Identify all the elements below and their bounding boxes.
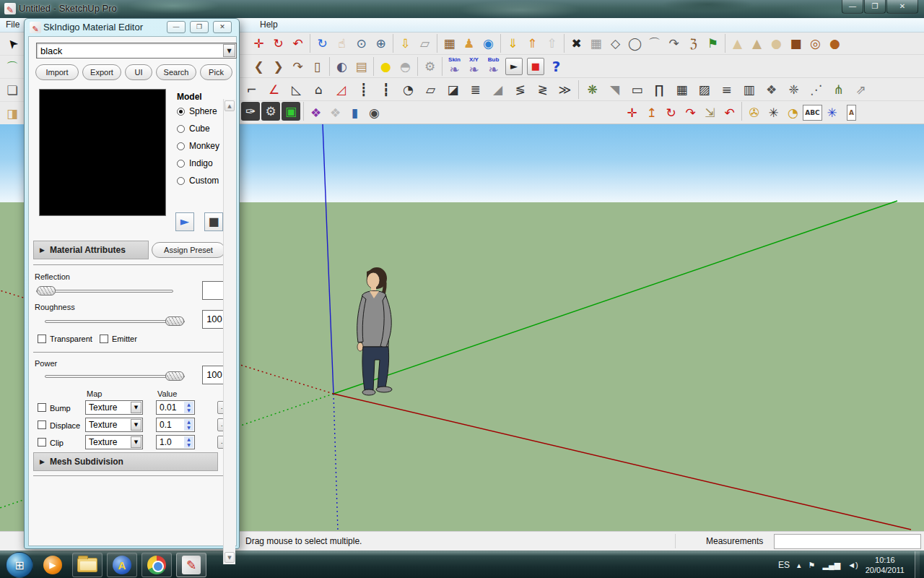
restore-button[interactable]: ❐: [864, 0, 886, 14]
render-package-icon[interactable]: ▮: [345, 102, 365, 124]
export-2d-icon[interactable]: ⇩: [396, 33, 415, 54]
pan-icon[interactable]: ☝: [332, 33, 352, 54]
angle-line-icon[interactable]: ∠: [263, 79, 285, 100]
fold-plane-icon[interactable]: ▱: [419, 79, 442, 100]
map-row-checkbox[interactable]: [38, 438, 46, 447]
pinwheel-disabled-icon[interactable]: ❖: [326, 102, 345, 124]
cone-icon[interactable]: ▲: [747, 33, 767, 54]
back-icon[interactable]: ❮: [249, 56, 269, 77]
checkbox-box[interactable]: [38, 335, 46, 343]
pyramid-icon[interactable]: ▲: [728, 33, 747, 54]
window-component-icon[interactable]: ▯: [308, 56, 327, 77]
cut-box-icon[interactable]: ◪: [442, 79, 464, 100]
map-type-select[interactable]: Texture ▼: [85, 435, 143, 449]
measurements-input[interactable]: [774, 534, 921, 549]
light-bulb-icon[interactable]: ●: [376, 56, 396, 77]
cube-icon[interactable]: ■: [786, 33, 806, 54]
render-stop-icon[interactable]: ■: [527, 58, 544, 75]
torus-icon[interactable]: ◎: [806, 33, 825, 54]
zoom-extents-icon[interactable]: ⊕: [371, 33, 391, 54]
render-stop-button[interactable]: ■: [204, 212, 223, 231]
add-person-icon[interactable]: ♟: [459, 33, 479, 54]
zoom-icon[interactable]: ⊙: [352, 33, 371, 54]
spiral-icon[interactable]: ℨ: [684, 33, 703, 54]
map-value-spinner[interactable]: 0.1 ▲▼: [156, 418, 195, 432]
flag-plane-icon[interactable]: ⚑: [703, 33, 723, 54]
arc-shape-icon[interactable]: ⌒: [645, 33, 664, 54]
show-desktop-button[interactable]: [915, 551, 920, 578]
paint-bucket-icon[interactable]: ◨: [0, 102, 25, 125]
dialog-title-bar[interactable]: ✎ SkIndigo Material Editor —❐✕: [25, 19, 239, 36]
wall-panels-icon[interactable]: ▥: [738, 79, 760, 100]
frame-icon[interactable]: ▭: [626, 79, 648, 100]
axes-tool-icon[interactable]: ✳: [822, 102, 842, 124]
threed-text-icon[interactable]: A: [842, 102, 861, 124]
roughness-slider-thumb[interactable]: [165, 316, 184, 326]
transparent-checkbox[interactable]: Transparent: [38, 335, 92, 343]
protractor-icon[interactable]: ◔: [783, 102, 803, 124]
move-icon[interactable]: ✛: [249, 33, 269, 54]
bub-tool-icon[interactable]: Bub❧: [484, 56, 503, 77]
action-center-icon[interactable]: ⚑: [808, 561, 816, 570]
polyline-icon[interactable]: ◺: [285, 79, 308, 100]
map-row-checkbox[interactable]: [38, 420, 46, 429]
map-type-select[interactable]: Texture ▼: [85, 400, 143, 415]
bezier-icon[interactable]: ↷: [664, 33, 684, 54]
spiral-stairs-icon[interactable]: ≫: [554, 79, 576, 100]
rotate-icon[interactable]: ↻: [269, 33, 288, 54]
dialog-close-button[interactable]: ✕: [213, 21, 232, 33]
spinner-arrows-icon[interactable]: ▲▼: [184, 402, 193, 413]
xy-tool-icon[interactable]: X/Y❧: [464, 56, 484, 77]
map-row-checkbox[interactable]: [38, 403, 46, 412]
upload-model-icon[interactable]: ⇑: [523, 33, 542, 54]
hatch-icon[interactable]: ▨: [693, 79, 715, 100]
chrome-button[interactable]: [141, 553, 172, 577]
dropdown-arrow-icon[interactable]: ▼: [131, 436, 141, 448]
white-arrow-icon[interactable]: ⇧: [542, 33, 562, 54]
minimize-button[interactable]: —: [842, 0, 863, 14]
gear-icon[interactable]: ⚙: [420, 56, 440, 77]
look-around-icon[interactable]: ↶: [288, 33, 308, 54]
layer-stack-icon[interactable]: ≣: [464, 79, 487, 100]
section-plane-icon[interactable]: ▱: [415, 33, 435, 54]
corner-line-icon[interactable]: ⌐: [240, 79, 263, 100]
rectangle-shape-icon[interactable]: ◇: [606, 33, 625, 54]
return-curve-icon[interactable]: ↷: [288, 56, 308, 77]
import-button[interactable]: Import: [35, 64, 79, 80]
cylinder-icon[interactable]: ●: [825, 33, 845, 54]
forward-icon[interactable]: ❯: [269, 56, 288, 77]
spinner-arrows-icon[interactable]: ▲▼: [184, 436, 193, 448]
reflection-slider[interactable]: [36, 290, 173, 293]
move-tool-icon[interactable]: ✛: [622, 102, 642, 124]
sketchup-taskbar-button[interactable]: ✎: [176, 553, 206, 577]
map-value-spinner[interactable]: 1.0 ▲▼: [156, 435, 195, 449]
roughness-slider[interactable]: [45, 320, 185, 323]
mesh-subdivision-header[interactable]: ▶ Mesh Subdivision: [33, 452, 218, 471]
dropdown-arrow-icon[interactable]: ▼: [131, 402, 141, 413]
menu-help[interactable]: Help: [260, 20, 278, 30]
spinner-arrows-icon[interactable]: ▲▼: [184, 419, 193, 431]
eyedropper-icon[interactable]: ✑: [241, 102, 260, 121]
tree-gear-icon[interactable]: ❋: [581, 79, 603, 100]
menu-file[interactable]: File: [6, 20, 19, 30]
road-icon[interactable]: ◥: [603, 79, 626, 100]
sphere-icon[interactable]: ●: [767, 33, 786, 54]
material-combobox[interactable]: black ▼: [36, 43, 237, 59]
pick-button[interactable]: Pick: [200, 64, 232, 80]
media-player-button[interactable]: ▶: [38, 553, 68, 577]
volume-icon[interactable]: ◄): [847, 561, 858, 570]
ramp-icon[interactable]: ◢: [487, 79, 509, 100]
round-array-icon[interactable]: ◔: [397, 79, 419, 100]
make-component-icon[interactable]: ❏: [0, 79, 25, 102]
fold-arrow-icon[interactable]: ⇗: [850, 79, 872, 100]
columns-icon[interactable]: ┋: [352, 79, 375, 100]
push-pull-icon[interactable]: ↥: [642, 102, 661, 124]
power-slider-thumb[interactable]: [165, 371, 184, 381]
render-play-icon[interactable]: ►: [505, 58, 523, 75]
map-value-spinner[interactable]: 0.01 ▲▼: [156, 400, 195, 415]
photo-textures-icon[interactable]: ▦: [440, 33, 459, 54]
get-models-icon[interactable]: ⇓: [503, 33, 523, 54]
materials-icon[interactable]: ▤: [352, 56, 371, 77]
render-sphere-icon[interactable]: ◐: [332, 56, 352, 77]
fan-2-icon[interactable]: ❈: [783, 79, 805, 100]
